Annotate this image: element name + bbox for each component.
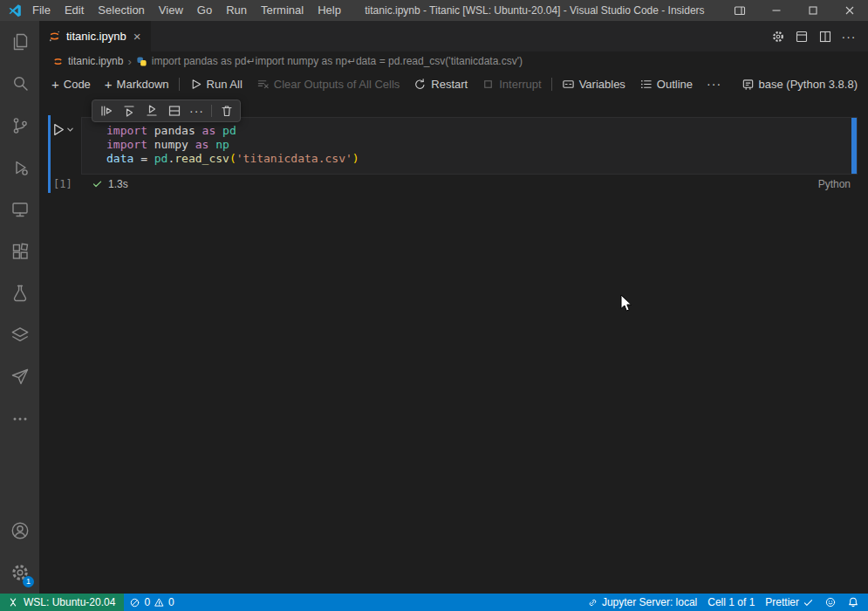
more-cell-actions-icon[interactable]: ···	[186, 101, 208, 120]
breadcrumb-file[interactable]: titanic.ipynb	[68, 55, 123, 67]
execute-below-cells-icon[interactable]	[140, 101, 162, 120]
vscode-logo-icon	[8, 3, 22, 17]
output-panel-icon[interactable]	[791, 26, 812, 47]
menu-help[interactable]: Help	[311, 0, 348, 21]
problems-indicator[interactable]: 0 0	[124, 594, 179, 611]
search-icon[interactable]	[0, 63, 39, 105]
jupyter-server-indicator[interactable]: Jupyter Server: local	[582, 596, 702, 608]
send-plane-icon[interactable]	[0, 356, 39, 398]
cell-focus-bar[interactable]	[48, 115, 51, 193]
menu-bar: File Edit Selection View Go Run Terminal…	[25, 0, 348, 21]
editor-area: titanic.ipynb × ··· titanic.ipynb › impo…	[39, 21, 868, 594]
menu-view[interactable]: View	[152, 0, 190, 21]
account-icon[interactable]	[0, 510, 39, 552]
variables-button[interactable]: Variables	[555, 72, 632, 95]
editor-actions: ···	[768, 21, 868, 51]
tab-close-icon[interactable]: ×	[132, 30, 143, 43]
run-all-label: Run All	[207, 78, 243, 91]
notifications-bell-icon[interactable]	[842, 596, 868, 608]
variables-label: Variables	[579, 78, 625, 91]
jupyter-icon	[48, 30, 61, 43]
stop-icon	[482, 78, 495, 91]
menu-file[interactable]: File	[25, 0, 58, 21]
run-and-debug-icon[interactable]	[0, 147, 39, 189]
chevron-down-icon[interactable]	[66, 126, 74, 134]
remote-icon	[7, 596, 19, 608]
jupyter-icon	[52, 56, 64, 67]
chevron-right-icon: ›	[127, 55, 131, 68]
testing-beaker-icon[interactable]	[0, 272, 39, 314]
tab-label: titanic.ipynb	[66, 30, 126, 43]
run-cell-button[interactable]	[51, 122, 65, 137]
extensions-icon[interactable]	[0, 230, 39, 272]
run-all-button[interactable]: Run All	[182, 72, 249, 95]
cell-language-picker[interactable]: Python	[818, 178, 858, 190]
cell-position-indicator[interactable]: Cell 1 of 1	[702, 596, 760, 608]
explorer-icon[interactable]	[0, 21, 39, 63]
window-title: titanic.ipynb - Titanic [WSL: Ubuntu-20.…	[348, 4, 721, 17]
warning-icon	[154, 597, 165, 608]
prettier-indicator[interactable]: Prettier	[760, 596, 819, 608]
menu-selection[interactable]: Selection	[91, 0, 151, 21]
cell-scrollbar-decoration[interactable]	[851, 118, 857, 174]
execute-above-cells-icon[interactable]	[118, 101, 140, 120]
breadcrumb: titanic.ipynb › import pandas as pd↵impo…	[39, 51, 868, 71]
menu-edit[interactable]: Edit	[58, 0, 91, 21]
clear-all-icon	[256, 78, 270, 91]
restart-label: Restart	[431, 78, 468, 91]
add-markdown-cell-button[interactable]: + Markdown	[98, 72, 176, 95]
cell-duration: 1.3s	[108, 178, 128, 190]
status-bar-right: Jupyter Server: local Cell 1 of 1 Pretti…	[582, 596, 868, 608]
clear-outputs-button[interactable]: Clear Outputs of All Cells	[249, 72, 407, 95]
settings-badge: 1	[23, 576, 34, 587]
remote-explorer-icon[interactable]	[0, 189, 39, 230]
cell-editor[interactable]: import pandas as pdimport numpy as npdat…	[81, 117, 858, 175]
cell-code[interactable]: import pandas as pdimport numpy as npdat…	[106, 124, 846, 166]
split-editor-icon[interactable]	[815, 26, 836, 47]
error-count: 0	[144, 596, 150, 608]
minimize-icon[interactable]	[758, 0, 795, 21]
delete-cell-icon[interactable]	[215, 101, 237, 120]
kernel-picker[interactable]: base (Python 3.8.8)	[735, 72, 861, 95]
run-by-line-icon[interactable]	[95, 101, 117, 120]
menu-go[interactable]: Go	[190, 0, 219, 21]
notebook-settings-gear-icon[interactable]	[768, 26, 789, 47]
add-code-label: Code	[64, 78, 91, 91]
settings-gear-icon[interactable]: 1	[0, 552, 39, 594]
toolbar-separator	[551, 78, 552, 91]
restart-button[interactable]: Restart	[407, 72, 475, 95]
more-actions-icon[interactable]: ···	[838, 26, 859, 47]
cell-position-label: Cell 1 of 1	[707, 596, 755, 608]
python-icon	[136, 56, 147, 67]
add-code-cell-button[interactable]: + Code	[44, 72, 98, 95]
formatter-label: Prettier	[765, 596, 799, 608]
code-line: data = pd.read_csv('titanicdata.csv')	[106, 152, 846, 166]
toolbar-separator	[179, 78, 180, 91]
breadcrumb-cell-content[interactable]: import pandas as pd↵import numpy as np↵d…	[152, 55, 523, 67]
split-cell-icon[interactable]	[163, 101, 185, 120]
layers-icon[interactable]	[0, 314, 39, 356]
interrupt-label: Interrupt	[499, 78, 541, 91]
more-actions-icon[interactable]: ···	[700, 72, 728, 95]
menu-run[interactable]: Run	[219, 0, 254, 21]
kernel-icon	[742, 78, 755, 91]
tab-bar: titanic.ipynb × ···	[39, 21, 868, 51]
clear-outputs-label: Clear Outputs of All Cells	[274, 78, 400, 91]
title-bar: File Edit Selection View Go Run Terminal…	[0, 0, 868, 21]
plus-icon: +	[51, 78, 59, 91]
tab-titanic-ipynb[interactable]: titanic.ipynb ×	[39, 21, 152, 51]
interrupt-button[interactable]: Interrupt	[475, 72, 548, 95]
close-icon[interactable]	[831, 0, 868, 21]
outline-list-icon	[639, 78, 653, 91]
warning-count: 0	[168, 596, 174, 608]
cell-toolbar-separator	[211, 105, 212, 117]
code-line: import numpy as np	[106, 138, 846, 152]
maximize-icon[interactable]	[795, 0, 831, 21]
source-control-icon[interactable]	[0, 105, 39, 147]
feedback-smiley-icon[interactable]	[819, 596, 842, 608]
more-items-icon[interactable]	[0, 398, 39, 440]
remote-indicator[interactable]: WSL: Ubuntu-20.04	[0, 594, 124, 611]
menu-terminal[interactable]: Terminal	[254, 0, 311, 21]
outline-button[interactable]: Outline	[632, 72, 700, 95]
layout-icon[interactable]	[721, 0, 758, 21]
